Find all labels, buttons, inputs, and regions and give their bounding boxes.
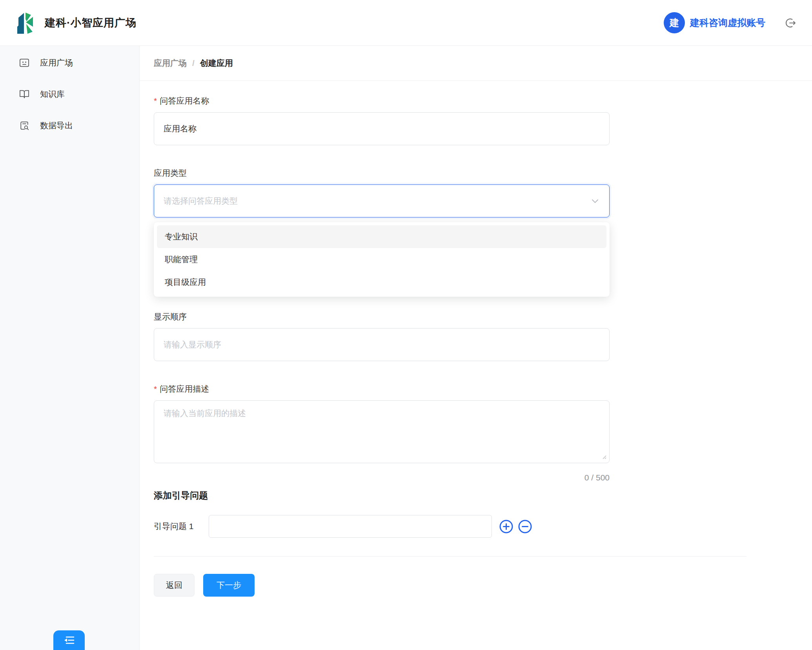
- breadcrumb-separator: /: [192, 58, 195, 68]
- required-mark: *: [154, 384, 157, 394]
- app-logo-icon: [16, 11, 34, 35]
- add-question-button[interactable]: [499, 519, 513, 534]
- sidebar-item-app-plaza[interactable]: 应用广场: [0, 47, 139, 79]
- dropdown-option-professional-knowledge[interactable]: 专业知识: [157, 225, 606, 248]
- app-description-textarea[interactable]: [154, 400, 610, 463]
- name-field-label: * 问答应用名称: [154, 96, 746, 106]
- guide-section-title: 添加引导问题: [154, 490, 746, 501]
- sidebar-item-label: 知识库: [40, 89, 65, 100]
- account-name[interactable]: 建科咨询虚拟账号: [690, 16, 765, 29]
- display-order-input[interactable]: [154, 328, 610, 361]
- type-field-label: 应用类型: [154, 168, 746, 178]
- char-counter: 0 / 500: [154, 473, 610, 483]
- app-name-input[interactable]: [154, 112, 610, 145]
- dropdown-option-functional-management[interactable]: 职能管理: [157, 248, 606, 271]
- sidebar-item-label: 数据导出: [40, 120, 73, 131]
- knowledge-base-icon: [19, 89, 30, 100]
- page-title: 建科·小智应用广场: [45, 16, 137, 30]
- collapse-menu-icon: [63, 635, 75, 645]
- app-type-select-wrap: 请选择问答应用类型 专业知识 职能管理 项目级应用: [154, 184, 610, 217]
- logout-icon[interactable]: [784, 17, 796, 29]
- breadcrumb-current: 创建应用: [200, 58, 233, 69]
- breadcrumb: 应用广场 / 创建应用: [140, 46, 812, 81]
- form-actions: 返回 下一步: [154, 574, 746, 597]
- next-step-button[interactable]: 下一步: [203, 574, 255, 597]
- guide-question-row: 引导问题 1: [154, 515, 746, 538]
- app-header: 建科·小智应用广场 建 建科咨询虚拟账号: [0, 0, 812, 46]
- create-app-form: * 问答应用名称 应用类型 请选择问答应用类型 专业知识: [140, 96, 812, 597]
- remove-question-button[interactable]: [518, 519, 532, 534]
- back-button[interactable]: 返回: [154, 574, 195, 597]
- form-divider: [154, 556, 746, 557]
- required-mark: *: [154, 96, 157, 106]
- sidebar-item-knowledge-base[interactable]: 知识库: [0, 79, 139, 110]
- app-type-dropdown: 专业知识 职能管理 项目级应用: [154, 222, 610, 297]
- select-placeholder: 请选择问答应用类型: [164, 195, 238, 206]
- sidebar-item-data-export[interactable]: 数据导出: [0, 110, 139, 141]
- app-type-select[interactable]: 请选择问答应用类型: [154, 184, 610, 217]
- main-panel: 应用广场 / 创建应用 * 问答应用名称 应用类型 请选择问答应用类型: [140, 46, 812, 650]
- guide-question-input[interactable]: [209, 515, 492, 538]
- sidebar: 应用广场 知识库 数据导出: [0, 46, 140, 650]
- app-plaza-icon: [19, 57, 30, 68]
- avatar[interactable]: 建: [664, 12, 685, 33]
- desc-textarea-wrap: [154, 400, 610, 463]
- data-export-icon: [19, 120, 30, 131]
- sidebar-item-label: 应用广场: [40, 57, 73, 68]
- desc-field-label: * 问答应用描述: [154, 384, 746, 394]
- chevron-down-icon: [589, 195, 601, 207]
- dropdown-option-project-level[interactable]: 项目级应用: [157, 271, 606, 294]
- guide-question-label: 引导问题 1: [154, 521, 198, 532]
- order-field-label: 显示顺序: [154, 312, 746, 322]
- sidebar-collapse-button[interactable]: [53, 630, 85, 650]
- breadcrumb-parent[interactable]: 应用广场: [154, 58, 187, 69]
- resize-handle-icon[interactable]: [601, 454, 607, 460]
